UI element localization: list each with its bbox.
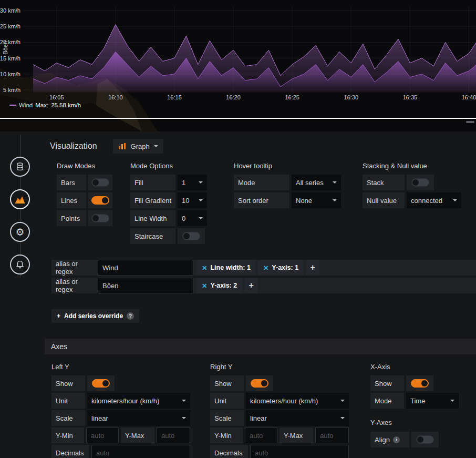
scrollbar-thumb[interactable] xyxy=(466,121,474,123)
legend-series-color-icon xyxy=(9,105,16,106)
bell-icon xyxy=(15,260,25,269)
legend-series-name[interactable]: Wind xyxy=(19,102,33,108)
remove-icon[interactable]: ✕ xyxy=(263,264,268,272)
plus-icon: + xyxy=(249,281,254,290)
tab-general[interactable]: ⚙ xyxy=(10,222,30,242)
fill-gradient-select[interactable]: 10 xyxy=(178,192,207,208)
left-y-scale-label: Scale xyxy=(51,410,85,426)
right-y-min-label: Y-Min xyxy=(210,428,243,443)
fill-gradient-label: Fill Gradient xyxy=(130,192,175,208)
lines-toggle[interactable] xyxy=(88,192,112,208)
section-title-visualization: Visualization xyxy=(50,141,97,151)
add-series-override-button[interactable]: + Add series override ? xyxy=(51,309,139,323)
stacking-section: Stacking & Null value Stack Null value c… xyxy=(363,162,461,210)
right-y-unit-select[interactable]: kilometers/hour (km/h) xyxy=(246,393,349,409)
lines-label: Lines xyxy=(57,192,86,208)
x-axis-show-toggle[interactable] xyxy=(406,375,433,391)
right-y-scale-select[interactable]: linear xyxy=(246,410,349,426)
fill-select[interactable]: 1 xyxy=(178,175,207,190)
svg-text:30 km/h: 30 km/h xyxy=(0,7,20,14)
remove-icon[interactable]: ✕ xyxy=(202,264,207,272)
left-y-min-input[interactable] xyxy=(86,428,119,443)
bars-toggle[interactable] xyxy=(88,175,112,190)
axes-section-header[interactable]: Axes xyxy=(45,339,476,354)
x-axis-section: X-Axis Show Mode Time Y-Axes Align i xyxy=(370,363,459,449)
stack-toggle[interactable] xyxy=(407,175,434,190)
right-y-max-input[interactable] xyxy=(315,428,349,443)
panel-resize-handle[interactable] xyxy=(0,118,476,119)
sort-order-select[interactable]: None xyxy=(292,192,341,208)
right-y-section: Right Y Show Unit kilometers/hour (km/h)… xyxy=(210,363,349,458)
alias-input[interactable] xyxy=(98,260,193,276)
right-y-scale-label: Scale xyxy=(210,410,244,426)
left-y-decimals-label: Decimals xyxy=(51,445,89,458)
chevron-down-icon xyxy=(182,417,186,419)
right-y-decimals-input[interactable] xyxy=(250,445,349,458)
override-tag[interactable]: ✕ Y-axis: 1 xyxy=(258,260,304,276)
left-y-unit-select[interactable]: kilometers/hour (km/h) xyxy=(87,393,190,409)
right-y-decimals-label: Decimals xyxy=(210,445,248,458)
database-icon xyxy=(15,162,25,171)
mode-options-section: Mode Options Fill 1 Fill Gradient 10 Lin… xyxy=(130,162,207,246)
draw-modes-section: Draw Modes Bars Lines Points xyxy=(57,162,112,228)
info-icon[interactable]: i xyxy=(393,436,400,443)
right-y-show-label: Show xyxy=(210,375,244,391)
wind-chart[interactable]: 5 km/h10 km/h15 km/h20 km/h25 km/h30 km/… xyxy=(0,0,476,101)
tab-visualization[interactable] xyxy=(10,189,30,209)
tooltip-mode-label: Mode xyxy=(234,175,289,190)
svg-text:16:05: 16:05 xyxy=(49,94,64,100)
right-y-min-input[interactable] xyxy=(245,428,277,443)
tooltip-mode-select[interactable]: All series xyxy=(292,175,341,190)
svg-text:16:20: 16:20 xyxy=(226,94,241,100)
graph-panel: 5 km/h10 km/h15 km/h20 km/h25 km/h30 km/… xyxy=(0,0,476,131)
x-axis-mode-select[interactable]: Time xyxy=(406,393,459,409)
align-toggle[interactable] xyxy=(411,432,439,447)
y-axis-label: Böen xyxy=(2,41,8,55)
x-axis-show-label: Show xyxy=(370,375,404,391)
bars-label: Bars xyxy=(57,175,86,190)
svg-text:16:15: 16:15 xyxy=(167,94,182,100)
chevron-down-icon xyxy=(333,199,337,201)
chevron-down-icon xyxy=(154,145,158,147)
hover-tooltip-title: Hover tooltip xyxy=(234,162,341,170)
left-y-show-toggle[interactable] xyxy=(87,375,115,391)
left-y-scale-select[interactable]: linear xyxy=(87,410,190,426)
left-y-section: Left Y Show Unit kilometers/hour (km/h) … xyxy=(51,363,190,458)
points-toggle[interactable] xyxy=(88,210,112,226)
right-y-show-toggle[interactable] xyxy=(246,375,273,391)
stack-label: Stack xyxy=(363,175,405,190)
alias-label: alias or regex xyxy=(51,278,98,293)
line-width-select[interactable]: 0 xyxy=(178,210,207,226)
staircase-toggle[interactable] xyxy=(178,228,205,244)
visualization-type-picker[interactable]: Graph xyxy=(113,139,163,154)
left-y-title: Left Y xyxy=(51,363,190,371)
right-y-max-label: Y-Max xyxy=(280,428,313,443)
override-tag[interactable]: ✕ Line width: 1 xyxy=(196,260,256,276)
line-width-label: Line Width xyxy=(130,210,175,226)
visualization-type-label: Graph xyxy=(131,143,150,150)
left-y-max-input[interactable] xyxy=(157,428,190,443)
override-row: alias or regex ✕ Y-axis: 2 + xyxy=(51,278,476,293)
staircase-label: Staircase xyxy=(130,228,175,244)
series-overrides: alias or regex ✕ Line width: 1 ✕ Y-axis:… xyxy=(45,260,476,323)
remove-icon[interactable]: ✕ xyxy=(202,282,207,290)
chevron-down-icon xyxy=(340,417,345,419)
y-axes-title: Y-Axes xyxy=(370,419,459,426)
chevron-down-icon xyxy=(453,199,457,201)
chart-legend[interactable]: Wind Max: 25.58 km/h xyxy=(9,102,81,108)
override-tag[interactable]: ✕ Y-axis: 2 xyxy=(196,278,242,293)
add-override-option-button[interactable]: + xyxy=(306,260,319,276)
chevron-down-icon xyxy=(333,181,337,184)
null-value-select[interactable]: connected xyxy=(407,192,461,208)
alias-input[interactable] xyxy=(98,278,193,293)
help-icon[interactable]: ? xyxy=(127,312,134,320)
alias-label: alias or regex xyxy=(51,260,98,276)
left-y-show-label: Show xyxy=(51,375,85,391)
tab-queries[interactable] xyxy=(10,157,30,177)
tab-alert[interactable] xyxy=(10,255,30,274)
sort-order-label: Sort order xyxy=(234,192,289,208)
left-y-decimals-input[interactable] xyxy=(91,445,190,458)
left-y-max-label: Y-Max xyxy=(121,428,154,443)
add-override-option-button[interactable]: + xyxy=(244,278,258,293)
editor-tab-rail: ⚙ xyxy=(5,131,30,289)
